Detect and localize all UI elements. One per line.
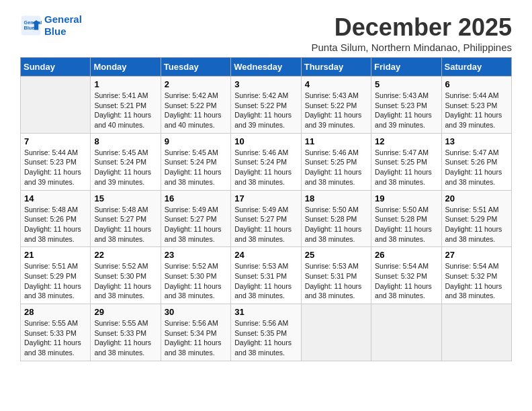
calendar-cell: 26Sunrise: 5:54 AMSunset: 5:32 PMDayligh…: [371, 247, 441, 304]
day-info: Sunrise: 5:45 AMSunset: 5:24 PMDaylight:…: [94, 148, 157, 187]
day-number: 25: [305, 250, 367, 260]
calendar-cell: 7Sunrise: 5:44 AMSunset: 5:23 PMDaylight…: [21, 133, 91, 190]
calendar-cell: 27Sunrise: 5:54 AMSunset: 5:32 PMDayligh…: [441, 247, 511, 304]
day-info: Sunrise: 5:55 AMSunset: 5:33 PMDaylight:…: [94, 318, 157, 358]
day-number: 23: [165, 250, 227, 260]
day-info: Sunrise: 5:50 AMSunset: 5:28 PMDaylight:…: [305, 205, 367, 244]
day-info: Sunrise: 5:43 AMSunset: 5:23 PMDaylight:…: [375, 91, 437, 130]
calendar-cell: 14Sunrise: 5:48 AMSunset: 5:26 PMDayligh…: [21, 190, 91, 247]
day-info: Sunrise: 5:54 AMSunset: 5:32 PMDaylight:…: [445, 261, 508, 301]
calendar-cell: 12Sunrise: 5:47 AMSunset: 5:25 PMDayligh…: [371, 133, 441, 190]
day-number: 22: [94, 250, 157, 260]
calendar-cell: [301, 304, 371, 361]
day-number: 30: [165, 307, 227, 317]
day-number: 2: [165, 79, 227, 89]
day-info: Sunrise: 5:51 AMSunset: 5:29 PMDaylight:…: [24, 261, 87, 301]
day-number: 13: [445, 136, 508, 146]
calendar-cell: 13Sunrise: 5:47 AMSunset: 5:26 PMDayligh…: [441, 133, 511, 190]
weekday-header-row: SundayMondayTuesdayWednesdayThursdayFrid…: [21, 58, 512, 77]
day-info: Sunrise: 5:54 AMSunset: 5:32 PMDaylight:…: [375, 261, 437, 301]
day-info: Sunrise: 5:48 AMSunset: 5:27 PMDaylight:…: [94, 205, 157, 244]
day-number: 3: [234, 79, 297, 89]
day-number: 19: [375, 193, 437, 203]
day-number: 15: [94, 193, 157, 203]
weekday-header-friday: Friday: [371, 58, 441, 77]
day-number: 31: [234, 307, 297, 317]
calendar-cell: 10Sunrise: 5:46 AMSunset: 5:24 PMDayligh…: [231, 133, 301, 190]
day-info: Sunrise: 5:53 AMSunset: 5:31 PMDaylight:…: [234, 261, 297, 301]
week-row-3: 14Sunrise: 5:48 AMSunset: 5:26 PMDayligh…: [21, 190, 512, 247]
day-number: 14: [24, 193, 87, 203]
header: General Blue General Blue December 2025 …: [20, 13, 512, 53]
day-number: 1: [94, 79, 157, 89]
calendar-cell: 16Sunrise: 5:49 AMSunset: 5:27 PMDayligh…: [161, 190, 230, 247]
day-number: 17: [234, 193, 297, 203]
week-row-2: 7Sunrise: 5:44 AMSunset: 5:23 PMDaylight…: [21, 133, 512, 190]
day-number: 10: [234, 136, 297, 146]
day-info: Sunrise: 5:44 AMSunset: 5:23 PMDaylight:…: [24, 148, 87, 187]
calendar-cell: 31Sunrise: 5:56 AMSunset: 5:35 PMDayligh…: [231, 304, 301, 361]
day-number: 6: [445, 79, 508, 89]
month-title: December 2025: [312, 13, 513, 42]
day-info: Sunrise: 5:46 AMSunset: 5:25 PMDaylight:…: [305, 148, 367, 187]
logo-text: General Blue: [44, 13, 82, 38]
day-info: Sunrise: 5:46 AMSunset: 5:24 PMDaylight:…: [234, 148, 297, 187]
calendar-cell: 15Sunrise: 5:48 AMSunset: 5:27 PMDayligh…: [91, 190, 161, 247]
logo: General Blue General Blue: [20, 13, 82, 38]
calendar-cell: 20Sunrise: 5:51 AMSunset: 5:29 PMDayligh…: [441, 190, 511, 247]
logo-line1: General: [44, 13, 82, 25]
day-info: Sunrise: 5:44 AMSunset: 5:23 PMDaylight:…: [445, 91, 508, 130]
weekday-header-monday: Monday: [91, 58, 161, 77]
logo-line2: Blue: [44, 26, 66, 37]
day-number: 28: [24, 307, 87, 317]
calendar-cell: [371, 304, 441, 361]
day-number: 11: [305, 136, 367, 146]
calendar-cell: 18Sunrise: 5:50 AMSunset: 5:28 PMDayligh…: [301, 190, 371, 247]
calendar-cell: 11Sunrise: 5:46 AMSunset: 5:25 PMDayligh…: [301, 133, 371, 190]
calendar-cell: 9Sunrise: 5:45 AMSunset: 5:24 PMDaylight…: [161, 133, 230, 190]
day-number: 27: [445, 250, 508, 260]
day-number: 9: [165, 136, 227, 146]
day-number: 4: [305, 79, 367, 89]
title-area: December 2025 Punta Silum, Northern Mind…: [312, 13, 513, 53]
day-info: Sunrise: 5:56 AMSunset: 5:34 PMDaylight:…: [165, 318, 227, 358]
day-number: 8: [94, 136, 157, 146]
calendar-cell: 19Sunrise: 5:50 AMSunset: 5:28 PMDayligh…: [371, 190, 441, 247]
logo-icon: General Blue: [20, 15, 42, 36]
day-info: Sunrise: 5:47 AMSunset: 5:26 PMDaylight:…: [445, 148, 508, 187]
calendar-table: SundayMondayTuesdayWednesdayThursdayFrid…: [20, 57, 512, 361]
day-number: 16: [165, 193, 227, 203]
location-title: Punta Silum, Northern Mindanao, Philippi…: [312, 42, 513, 53]
calendar-cell: 17Sunrise: 5:49 AMSunset: 5:27 PMDayligh…: [231, 190, 301, 247]
calendar-cell: 24Sunrise: 5:53 AMSunset: 5:31 PMDayligh…: [231, 247, 301, 304]
day-info: Sunrise: 5:52 AMSunset: 5:30 PMDaylight:…: [165, 261, 227, 301]
day-number: 7: [24, 136, 87, 146]
day-info: Sunrise: 5:45 AMSunset: 5:24 PMDaylight:…: [165, 148, 227, 187]
calendar-cell: 23Sunrise: 5:52 AMSunset: 5:30 PMDayligh…: [161, 247, 230, 304]
day-info: Sunrise: 5:51 AMSunset: 5:29 PMDaylight:…: [445, 205, 508, 244]
day-number: 21: [24, 250, 87, 260]
day-info: Sunrise: 5:42 AMSunset: 5:22 PMDaylight:…: [165, 91, 227, 130]
day-number: 5: [375, 79, 437, 89]
day-info: Sunrise: 5:47 AMSunset: 5:25 PMDaylight:…: [375, 148, 437, 187]
day-info: Sunrise: 5:42 AMSunset: 5:22 PMDaylight:…: [234, 91, 297, 130]
day-number: 20: [445, 193, 508, 203]
calendar-cell: 3Sunrise: 5:42 AMSunset: 5:22 PMDaylight…: [231, 77, 301, 134]
day-info: Sunrise: 5:41 AMSunset: 5:21 PMDaylight:…: [94, 91, 157, 130]
day-number: 26: [375, 250, 437, 260]
calendar-cell: 6Sunrise: 5:44 AMSunset: 5:23 PMDaylight…: [441, 77, 511, 134]
calendar-cell: [21, 77, 91, 134]
day-info: Sunrise: 5:52 AMSunset: 5:30 PMDaylight:…: [94, 261, 157, 301]
day-info: Sunrise: 5:53 AMSunset: 5:31 PMDaylight:…: [305, 261, 367, 301]
calendar-cell: 4Sunrise: 5:43 AMSunset: 5:22 PMDaylight…: [301, 77, 371, 134]
day-info: Sunrise: 5:49 AMSunset: 5:27 PMDaylight:…: [234, 205, 297, 244]
weekday-header-saturday: Saturday: [441, 58, 511, 77]
calendar-cell: 5Sunrise: 5:43 AMSunset: 5:23 PMDaylight…: [371, 77, 441, 134]
day-info: Sunrise: 5:48 AMSunset: 5:26 PMDaylight:…: [24, 205, 87, 244]
weekday-header-thursday: Thursday: [301, 58, 371, 77]
calendar-cell: 1Sunrise: 5:41 AMSunset: 5:21 PMDaylight…: [91, 77, 161, 134]
week-row-4: 21Sunrise: 5:51 AMSunset: 5:29 PMDayligh…: [21, 247, 512, 304]
calendar-cell: 21Sunrise: 5:51 AMSunset: 5:29 PMDayligh…: [21, 247, 91, 304]
calendar-cell: [441, 304, 511, 361]
calendar-cell: 25Sunrise: 5:53 AMSunset: 5:31 PMDayligh…: [301, 247, 371, 304]
